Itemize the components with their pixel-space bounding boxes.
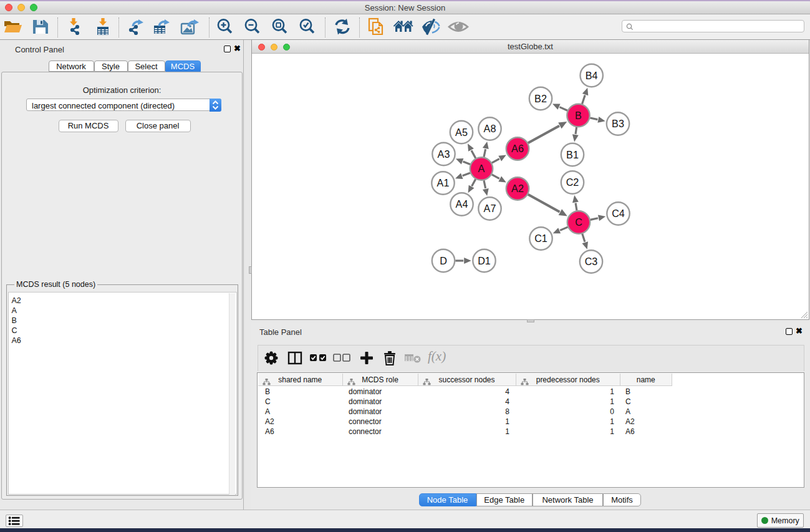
- svg-text:C1: C1: [534, 233, 547, 244]
- svg-text:A7: A7: [484, 203, 496, 214]
- svg-text:A8: A8: [484, 123, 496, 134]
- svg-text:B3: B3: [612, 118, 624, 129]
- svg-text:C3: C3: [585, 256, 598, 267]
- svg-text:B4: B4: [586, 70, 598, 81]
- svg-text:C4: C4: [612, 208, 625, 219]
- svg-text:C2: C2: [566, 177, 579, 188]
- svg-text:A3: A3: [438, 148, 450, 160]
- svg-text:D: D: [440, 255, 447, 266]
- svg-text:A2: A2: [511, 183, 524, 194]
- svg-text:B: B: [575, 110, 582, 121]
- svg-text:D1: D1: [478, 255, 491, 266]
- svg-text:B2: B2: [534, 93, 547, 104]
- svg-text:A: A: [478, 163, 485, 174]
- svg-text:A6: A6: [511, 143, 524, 154]
- svg-text:B1: B1: [566, 149, 579, 160]
- svg-text:A4: A4: [456, 198, 468, 210]
- svg-text:A5: A5: [455, 127, 468, 138]
- svg-text:C: C: [575, 216, 582, 228]
- svg-text:A1: A1: [437, 177, 450, 188]
